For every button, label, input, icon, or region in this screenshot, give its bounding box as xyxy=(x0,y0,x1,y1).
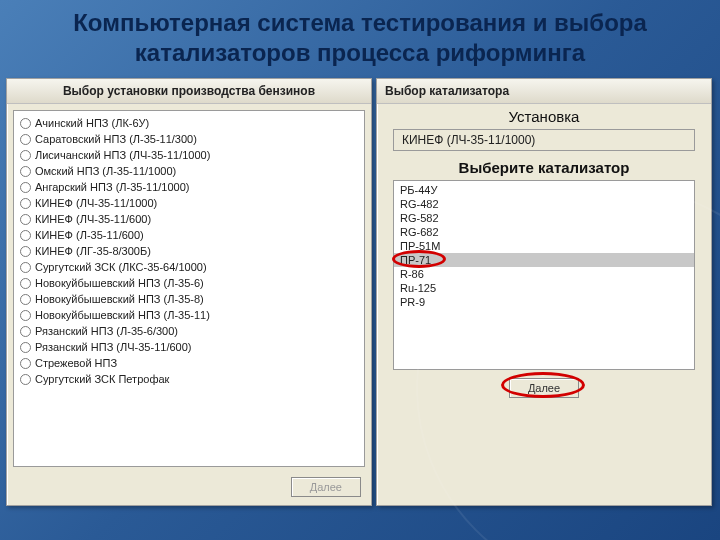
plant-item[interactable]: Сургутский ЗСК Петрофак xyxy=(20,371,358,387)
radio-icon[interactable] xyxy=(20,150,31,161)
plant-item[interactable]: Сургутский ЗСК (ЛКС-35-64/1000) xyxy=(20,259,358,275)
radio-icon[interactable] xyxy=(20,358,31,369)
plant-item[interactable]: Новокуйбышевский НПЗ (Л-35-11) xyxy=(20,307,358,323)
catalyst-item[interactable]: ПР-51М xyxy=(394,239,694,253)
plant-item[interactable]: Рязанский НПЗ (Л-35-6/300) xyxy=(20,323,358,339)
choose-catalyst-label: Выберите катализатор xyxy=(377,155,711,178)
plant-item[interactable]: Лисичанский НПЗ (ЛЧ-35-11/1000) xyxy=(20,147,358,163)
catalyst-panel: Выбор катализатора Установка КИНЕФ (ЛЧ-3… xyxy=(376,78,712,506)
plant-item[interactable]: Омский НПЗ (Л-35-11/1000) xyxy=(20,163,358,179)
catalyst-item[interactable]: R-86 xyxy=(394,267,694,281)
plant-item[interactable]: Новокуйбышевский НПЗ (Л-35-8) xyxy=(20,291,358,307)
radio-icon[interactable] xyxy=(20,342,31,353)
plant-item-label: КИНЕФ (ЛЧ-35-11/1000) xyxy=(35,197,157,209)
radio-icon[interactable] xyxy=(20,374,31,385)
plant-next-button[interactable]: Далее xyxy=(291,477,361,497)
selected-plant-field: КИНЕФ (ЛЧ-35-11/1000) xyxy=(393,129,695,151)
plant-item[interactable]: КИНЕФ (ЛЧ-35-11/1000) xyxy=(20,195,358,211)
plant-item-label: Лисичанский НПЗ (ЛЧ-35-11/1000) xyxy=(35,149,210,161)
plant-item[interactable]: Ачинский НПЗ (ЛК-6У) xyxy=(20,115,358,131)
plant-item-label: Рязанский НПЗ (Л-35-6/300) xyxy=(35,325,178,337)
plant-item-label: Сургутский ЗСК (ЛКС-35-64/1000) xyxy=(35,261,207,273)
plant-item[interactable]: Стрежевой НПЗ xyxy=(20,355,358,371)
plant-item[interactable]: КИНЕФ (ЛЧ-35-11/600) xyxy=(20,211,358,227)
panels-row: Выбор установки производства бензинов Ач… xyxy=(0,78,720,506)
catalyst-button-row: Далее xyxy=(377,374,711,406)
plant-item-label: Рязанский НПЗ (ЛЧ-35-11/600) xyxy=(35,341,191,353)
radio-icon[interactable] xyxy=(20,230,31,241)
plant-item[interactable]: КИНЕФ (Л-35-11/600) xyxy=(20,227,358,243)
radio-icon[interactable] xyxy=(20,134,31,145)
radio-icon[interactable] xyxy=(20,278,31,289)
plant-item-label: Ачинский НПЗ (ЛК-6У) xyxy=(35,117,149,129)
catalyst-panel-header: Выбор катализатора xyxy=(377,79,711,104)
plant-panel: Выбор установки производства бензинов Ач… xyxy=(6,78,372,506)
plant-list[interactable]: Ачинский НПЗ (ЛК-6У)Саратовский НПЗ (Л-3… xyxy=(13,110,365,467)
plant-item[interactable]: Саратовский НПЗ (Л-35-11/300) xyxy=(20,131,358,147)
plant-section-label: Установка xyxy=(377,104,711,127)
plant-item-label: Новокуйбышевский НПЗ (Л-35-11) xyxy=(35,309,210,321)
plant-item-label: КИНЕФ (ЛГ-35-8/300Б) xyxy=(35,245,151,257)
catalyst-next-button[interactable]: Далее xyxy=(509,378,579,398)
radio-icon[interactable] xyxy=(20,198,31,209)
radio-icon[interactable] xyxy=(20,262,31,273)
radio-icon[interactable] xyxy=(20,166,31,177)
plant-button-row: Далее xyxy=(7,473,371,505)
catalyst-item[interactable]: Ru-125 xyxy=(394,281,694,295)
plant-item-label: КИНЕФ (ЛЧ-35-11/600) xyxy=(35,213,151,225)
plant-item-label: Новокуйбышевский НПЗ (Л-35-8) xyxy=(35,293,204,305)
radio-icon[interactable] xyxy=(20,214,31,225)
radio-icon[interactable] xyxy=(20,118,31,129)
radio-icon[interactable] xyxy=(20,246,31,257)
plant-item-label: Стрежевой НПЗ xyxy=(35,357,117,369)
radio-icon[interactable] xyxy=(20,294,31,305)
page-title: Компьютерная система тестирования и выбо… xyxy=(0,0,720,78)
plant-item-label: Ангарский НПЗ (Л-35-11/1000) xyxy=(35,181,190,193)
catalyst-item[interactable]: RG-682 xyxy=(394,225,694,239)
plant-item-label: КИНЕФ (Л-35-11/600) xyxy=(35,229,144,241)
radio-icon[interactable] xyxy=(20,310,31,321)
catalyst-list[interactable]: РБ-44УRG-482RG-582RG-682ПР-51МПР-71R-86R… xyxy=(393,180,695,370)
plant-item[interactable]: Новокуйбышевский НПЗ (Л-35-6) xyxy=(20,275,358,291)
plant-item[interactable]: Ангарский НПЗ (Л-35-11/1000) xyxy=(20,179,358,195)
plant-item[interactable]: Рязанский НПЗ (ЛЧ-35-11/600) xyxy=(20,339,358,355)
radio-icon[interactable] xyxy=(20,326,31,337)
catalyst-item[interactable]: РБ-44У xyxy=(394,183,694,197)
plant-item-label: Саратовский НПЗ (Л-35-11/300) xyxy=(35,133,197,145)
plant-item-label: Новокуйбышевский НПЗ (Л-35-6) xyxy=(35,277,204,289)
catalyst-item[interactable]: RG-582 xyxy=(394,211,694,225)
catalyst-item[interactable]: ПР-71 xyxy=(394,253,694,267)
radio-icon[interactable] xyxy=(20,182,31,193)
plant-item-label: Сургутский ЗСК Петрофак xyxy=(35,373,169,385)
catalyst-item[interactable]: RG-482 xyxy=(394,197,694,211)
highlight-ellipse-icon xyxy=(392,250,446,268)
plant-panel-header: Выбор установки производства бензинов xyxy=(7,79,371,104)
plant-item[interactable]: КИНЕФ (ЛГ-35-8/300Б) xyxy=(20,243,358,259)
plant-item-label: Омский НПЗ (Л-35-11/1000) xyxy=(35,165,176,177)
catalyst-item[interactable]: PR-9 xyxy=(394,295,694,309)
